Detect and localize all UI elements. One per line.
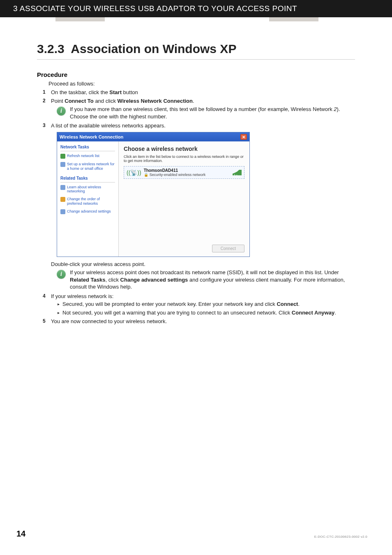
note-2: i If your wireless access point does not… xyxy=(57,269,355,291)
connect-button[interactable]: Connect xyxy=(212,245,244,252)
bullet-unsecured: Not secured, you will get a warning that… xyxy=(58,310,355,316)
note-1-text: If you have more than one wireless clien… xyxy=(70,106,355,120)
chapter-header: 3 ASSOCIATE YOUR WIRELESS USB ADAPTOR TO… xyxy=(0,0,392,17)
section-number: 3.2.3 xyxy=(37,42,65,56)
dialog-main: Choose a wireless network Click an item … xyxy=(119,141,249,257)
close-icon[interactable]: ✕ xyxy=(240,134,247,140)
accent-row xyxy=(0,17,392,21)
order-icon xyxy=(60,197,65,202)
step-1: On the taskbar, click the Start button xyxy=(43,89,355,95)
dialog-titlebar: Wireless Network Connection ✕ xyxy=(57,132,249,141)
choose-network-title: Choose a wireless network xyxy=(124,146,244,152)
step4-bullets: Secured, you will be prompted to enter y… xyxy=(58,301,355,316)
info-icon: i xyxy=(57,106,66,116)
refresh-icon xyxy=(60,154,65,159)
wireless-dialog-screenshot: Wireless Network Connection ✕ Network Ta… xyxy=(57,132,250,257)
network-name: ThomsonDAD411 xyxy=(144,168,233,173)
choose-network-sub: Click an item in the list below to conne… xyxy=(124,155,244,163)
dialog-title: Wireless Network Connection xyxy=(60,134,123,139)
chapter-text: 3 ASSOCIATE YOUR WIRELESS USB ADAPTOR TO… xyxy=(13,4,297,13)
note-2-text: If your wireless access point does not b… xyxy=(70,269,355,291)
steps-list: On the taskbar, click the Start button P… xyxy=(43,89,355,324)
sidebar-setup[interactable]: Set up a wireless network for a home or … xyxy=(60,162,115,171)
procedure-intro: Proceed as follows: xyxy=(48,81,355,87)
step3-after: Double-click your wireless access point. xyxy=(51,261,355,267)
antenna-icon: ((📡)) xyxy=(127,169,141,176)
step-4: If your wireless network is: Secured, yo… xyxy=(43,293,355,316)
sidebar-head-related: Related Tasks xyxy=(60,176,115,183)
sidebar-order[interactable]: Change the order of preferred networks xyxy=(60,197,115,206)
lock-icon: 🔒 xyxy=(144,173,148,177)
advanced-icon xyxy=(60,209,65,214)
dialog-sidebar: Network Tasks Refresh network list Set u… xyxy=(57,141,119,257)
section-name: Association on Windows XP xyxy=(71,42,236,56)
sidebar-advanced[interactable]: Change advanced settings xyxy=(60,209,115,214)
doc-id: E-DOC-CTC-20100623-0002 v2.0 xyxy=(314,535,367,539)
page-footer: 14 E-DOC-CTC-20100623-0002 v2.0 xyxy=(0,529,392,539)
bullet-secured: Secured, you will be prompted to enter y… xyxy=(58,301,355,307)
page-content: 3.2.3 Association on Windows XP Procedur… xyxy=(0,21,392,324)
step-3: A list of the available wireless network… xyxy=(43,123,355,291)
network-security: Security-enabled wireless network xyxy=(150,173,206,177)
setup-icon xyxy=(60,162,65,167)
learn-icon xyxy=(60,185,65,190)
sidebar-head-network: Network Tasks xyxy=(60,145,115,151)
signal-bars-icon xyxy=(233,170,242,176)
step-2: Point Connect To and click Wireless Netw… xyxy=(43,98,355,120)
page-number: 14 xyxy=(16,529,25,539)
note-1: i If you have more than one wireless cli… xyxy=(57,106,355,120)
network-item[interactable]: ((📡)) ThomsonDAD411 🔒 Security-enabled w… xyxy=(124,166,244,179)
step-5: You are now connected to your wireless n… xyxy=(43,318,355,324)
sidebar-refresh[interactable]: Refresh network list xyxy=(60,154,115,159)
section-title: 3.2.3 Association on Windows XP xyxy=(37,42,355,60)
procedure-heading: Procedure xyxy=(37,71,355,78)
info-icon: i xyxy=(57,270,66,279)
sidebar-learn[interactable]: Learn about wireless networking xyxy=(60,185,115,194)
